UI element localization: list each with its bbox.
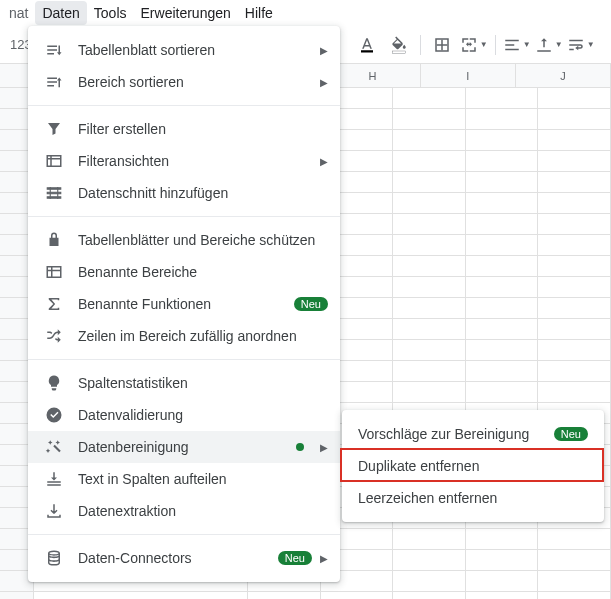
borders-button[interactable]: [427, 31, 457, 59]
submenu-item[interactable]: Vorschläge zur BereinigungNeu: [342, 418, 604, 450]
cell[interactable]: [393, 298, 466, 318]
cell[interactable]: [466, 193, 539, 213]
cell[interactable]: [538, 592, 611, 599]
menu-tools[interactable]: Tools: [87, 1, 134, 25]
cell[interactable]: [466, 340, 539, 360]
fill-color-button[interactable]: [384, 31, 414, 59]
cell[interactable]: [466, 130, 539, 150]
cell[interactable]: [393, 319, 466, 339]
cell[interactable]: [538, 256, 611, 276]
cell[interactable]: [393, 340, 466, 360]
submenu-item[interactable]: Leerzeichen entfernen: [342, 482, 604, 514]
menu-item-sort-sheet[interactable]: Tabellenblatt sortieren▶: [28, 34, 340, 66]
menu-item-label: Datenextraktion: [78, 503, 328, 519]
h-align-button[interactable]: ▼: [502, 31, 532, 59]
cell[interactable]: [393, 109, 466, 129]
menu-daten[interactable]: Daten: [35, 1, 86, 25]
cell[interactable]: [248, 592, 321, 599]
menu-item-slicer[interactable]: Datenschnitt hinzufügen: [28, 177, 340, 209]
cell[interactable]: [466, 529, 539, 549]
cell[interactable]: [538, 298, 611, 318]
column-header[interactable]: I: [421, 64, 516, 87]
cell[interactable]: [393, 256, 466, 276]
v-align-button[interactable]: ▼: [534, 31, 564, 59]
cell[interactable]: [538, 151, 611, 171]
cell[interactable]: [538, 340, 611, 360]
cell[interactable]: [34, 592, 248, 599]
cell[interactable]: [466, 361, 539, 381]
menu-erweiterungen[interactable]: Erweiterungen: [134, 1, 238, 25]
cell[interactable]: [466, 151, 539, 171]
datenbereinigung-submenu: Vorschläge zur BereinigungNeuDuplikate e…: [342, 410, 604, 522]
cell[interactable]: [538, 382, 611, 402]
cell[interactable]: [538, 571, 611, 591]
cell[interactable]: [538, 361, 611, 381]
menu-item-label: Datenbereinigung: [78, 439, 296, 455]
cell[interactable]: [393, 592, 466, 599]
cell[interactable]: [393, 130, 466, 150]
submenu-item[interactable]: Duplikate entfernen: [342, 450, 604, 482]
cell[interactable]: [393, 214, 466, 234]
cell[interactable]: [466, 256, 539, 276]
cell[interactable]: [466, 571, 539, 591]
cell[interactable]: [538, 550, 611, 570]
submenu-arrow-icon: ▶: [320, 553, 328, 564]
cell[interactable]: [393, 151, 466, 171]
cell[interactable]: [466, 550, 539, 570]
column-header[interactable]: J: [516, 64, 611, 87]
cell[interactable]: [538, 130, 611, 150]
cell[interactable]: [466, 277, 539, 297]
cell[interactable]: [538, 193, 611, 213]
menu-separator: [28, 105, 340, 106]
cell[interactable]: [393, 382, 466, 402]
cell[interactable]: [466, 592, 539, 599]
menu-item-named-range[interactable]: Benannte Bereiche: [28, 256, 340, 288]
menu-item-filter-views[interactable]: Filteransichten▶: [28, 145, 340, 177]
merge-cells-button[interactable]: ▼: [459, 31, 489, 59]
cell[interactable]: [538, 214, 611, 234]
cell[interactable]: [393, 277, 466, 297]
menu-item-database[interactable]: Daten-ConnectorsNeu▶: [28, 542, 340, 574]
cell[interactable]: [538, 172, 611, 192]
menu-item-sigma[interactable]: Benannte FunktionenNeu: [28, 288, 340, 320]
menu-item-check-circle[interactable]: Datenvalidierung: [28, 399, 340, 431]
sigma-icon: [44, 294, 64, 314]
menu-item-bulb[interactable]: Spaltenstatistiken: [28, 367, 340, 399]
submenu-arrow-icon: ▶: [320, 156, 328, 167]
cell[interactable]: [466, 109, 539, 129]
cell[interactable]: [393, 193, 466, 213]
text-color-button[interactable]: [352, 31, 382, 59]
cell[interactable]: [393, 88, 466, 108]
menu-item-lock[interactable]: Tabellenblätter und Bereiche schützen: [28, 224, 340, 256]
menu-item-shuffle[interactable]: Zeilen im Bereich zufällig anordnen: [28, 320, 340, 352]
menu-item-wand[interactable]: Datenbereinigung▶: [28, 431, 340, 463]
named-range-icon: [44, 262, 64, 282]
cell[interactable]: [393, 529, 466, 549]
cell[interactable]: [393, 361, 466, 381]
cell[interactable]: [466, 298, 539, 318]
menu-item-split[interactable]: Text in Spalten aufteilen: [28, 463, 340, 495]
cell[interactable]: [466, 382, 539, 402]
cell[interactable]: [321, 592, 394, 599]
cell[interactable]: [466, 319, 539, 339]
cell[interactable]: [393, 571, 466, 591]
menu-item-sort-range[interactable]: Bereich sortieren▶: [28, 66, 340, 98]
cell[interactable]: [466, 235, 539, 255]
cell[interactable]: [393, 235, 466, 255]
cell[interactable]: [466, 172, 539, 192]
cell[interactable]: [538, 235, 611, 255]
cell[interactable]: [538, 277, 611, 297]
cell[interactable]: [538, 109, 611, 129]
menu-hilfe[interactable]: Hilfe: [238, 1, 280, 25]
cell[interactable]: [393, 550, 466, 570]
cell[interactable]: [393, 172, 466, 192]
cell[interactable]: [538, 319, 611, 339]
cell[interactable]: [538, 88, 611, 108]
menu-item-funnel[interactable]: Filter erstellen: [28, 113, 340, 145]
menu-item-label: Tabellenblätter und Bereiche schützen: [78, 232, 328, 248]
cell[interactable]: [466, 214, 539, 234]
cell[interactable]: [538, 529, 611, 549]
cell[interactable]: [466, 88, 539, 108]
menu-item-extract[interactable]: Datenextraktion: [28, 495, 340, 527]
wrap-button[interactable]: ▼: [566, 31, 596, 59]
